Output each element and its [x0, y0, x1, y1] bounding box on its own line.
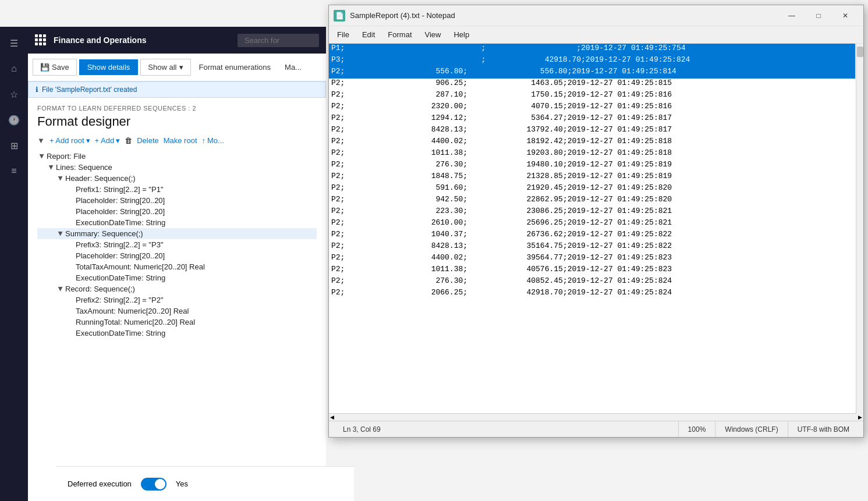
tree-item[interactable]: ExecutionDateTime: String [37, 217, 317, 228]
notepad-line: P2; 1011.38; 40576.15;2019-12-27 01:49:2… [329, 265, 855, 276]
tree-item-label: Placeholder: String[20..20] [76, 251, 165, 260]
notepad-line-text: P2; 1294.12; 5364.27;2019-12-27 01:49:25… [331, 113, 672, 125]
scroll-right-icon[interactable]: ▶ [858, 414, 862, 420]
notepad-line-text: P2; 8428.13; 35164.75;2019-12-27 01:49:2… [331, 241, 672, 253]
move-button[interactable]: ↑ Mo... [202, 136, 224, 145]
toggle-knob [155, 479, 165, 489]
save-label: Save [52, 63, 69, 72]
tree-expand-icon[interactable]: ▶ [48, 165, 55, 170]
add-root-button[interactable]: + Add root ▾ [49, 136, 90, 145]
notepad-line-text: P2; 2066.25; 42918.70;2019-12-27 01:49:2… [331, 288, 672, 300]
notepad-menubar: FileEditFormatViewHelp [329, 26, 863, 44]
sidebar-icon-list[interactable]: ≡ [2, 159, 26, 183]
tree-item-label: Record: Sequence(;) [65, 285, 135, 293]
tree-item[interactable]: Placeholder: String[20..20] [37, 206, 317, 217]
sidebar-icon-home[interactable]: ⌂ [2, 57, 26, 80]
deferred-toggle[interactable] [141, 478, 166, 491]
notepad-window: 📄 SampleReport (4).txt - Notepad — □ ✕ F… [328, 5, 864, 438]
tree-item-label: ExecutionDateTime: String [76, 329, 165, 337]
notepad-line-text: P2; 1040.37; 26736.62;2019-12-27 01:49:2… [331, 230, 672, 241]
bottom-panel: Deferred execution Yes [56, 466, 354, 501]
sidebar-icon-workspace[interactable]: ⊞ [2, 134, 26, 157]
info-bar: ℹ File 'SampleReport.txt' created [28, 81, 326, 98]
delete-button[interactable]: Delete [137, 136, 159, 145]
map-label: Ma... [285, 63, 302, 72]
format-tree: ▶Report: File▶Lines: Sequence▶Header: Se… [37, 151, 317, 339]
notepad-close-button[interactable]: ✕ [832, 6, 859, 25]
add-chevron: ▾ [116, 136, 120, 145]
tree-item[interactable]: TotalTaxAmount: Numeric[20..20] Real [37, 261, 317, 272]
tree-item-label: RunningTotal: Numeric[20..20] Real [76, 318, 195, 326]
notepad-menu-file[interactable]: File [331, 28, 355, 41]
notepad-menu-format[interactable]: Format [382, 28, 417, 41]
tree-item[interactable]: RunningTotal: Numeric[20..20] Real [37, 317, 317, 328]
notepad-line-text: P2; 942.50; 22862.95;2019-12-27 01:49:25… [331, 195, 672, 207]
tree-item[interactable]: ▶Summary: Sequence(;) [37, 228, 317, 239]
notepad-line-text: P2; 1011.38; 40576.15;2019-12-27 01:49:2… [331, 265, 672, 276]
add-root-label: + Add root [49, 136, 84, 145]
tree-item[interactable]: ExecutionDateTime: String [37, 328, 317, 339]
map-button[interactable]: Ma... [279, 59, 307, 75]
tree-expand-icon[interactable]: ▶ [39, 154, 45, 159]
notepad-menu-help[interactable]: Help [448, 28, 475, 41]
notepad-line-text: P2; 223.30; 23086.25;2019-12-27 01:49:25… [331, 207, 672, 218]
make-root-button[interactable]: Make root [164, 136, 197, 145]
status-line-ending: Windows (CRLF) [715, 421, 788, 437]
notepad-menu-view[interactable]: View [419, 28, 447, 41]
tree-item-label: TotalTaxAmount: Numeric[20..20] Real [76, 262, 205, 271]
format-designer-content: FORMAT TO LEARN DEFERRED SEQUENCES : 2 F… [28, 98, 326, 501]
notepad-line-text: P1; ; ;2019-12-27 01:49:25:754 [331, 44, 686, 55]
notepad-line: P2; 2320.00; 4070.15;2019-12-27 01:49:25… [329, 102, 855, 113]
notepad-maximize-button[interactable]: □ [805, 6, 832, 25]
tree-item[interactable]: Prefix3: String[2..2] = "P3" [37, 239, 317, 250]
format-enumerations-button[interactable]: Format enumerations [193, 59, 277, 75]
notepad-line-text: P2; 276.30; 19480.10;2019-12-27 01:49:25… [331, 160, 672, 172]
deferred-label: Deferred execution [68, 479, 132, 488]
notepad-line-text: P2; 8428.13; 13792.40;2019-12-27 01:49:2… [331, 125, 672, 137]
sidebar-icon-recent[interactable]: 🕐 [2, 108, 26, 132]
search-input[interactable] [238, 34, 319, 47]
tree-item-label: ExecutionDateTime: String [76, 218, 165, 227]
toolbar-divider-1: 🗑 [125, 136, 132, 145]
tree-expand-icon[interactable]: ▶ [58, 232, 64, 236]
notepad-line: P2; 276.30; 19480.10;2019-12-27 01:49:25… [329, 160, 855, 172]
notepad-line: P2; 8428.13; 13792.40;2019-12-27 01:49:2… [329, 125, 855, 137]
tree-item[interactable]: Placeholder: String[20..20] [37, 250, 317, 261]
scroll-left-icon[interactable]: ◀ [330, 414, 334, 420]
save-button[interactable]: 💾 Save [33, 59, 77, 76]
tree-item[interactable]: Prefix1: String[2..2] = "P1" [37, 184, 317, 195]
add-label: + Add [95, 136, 115, 145]
tree-item[interactable]: ▶Report: File [37, 151, 317, 162]
tree-item-label: Summary: Sequence(;) [65, 229, 143, 238]
delete-label: Delete [137, 136, 159, 145]
notepad-line-text: P2; 4400.02; 18192.42;2019-12-27 01:49:2… [331, 137, 672, 148]
sidebar-icon-star[interactable]: ☆ [2, 83, 26, 106]
notepad-minimize-button[interactable]: — [778, 6, 805, 25]
titlebar: Finance and Operations [28, 27, 326, 54]
show-all-button[interactable]: Show all ▾ [140, 59, 190, 76]
tree-item[interactable]: ▶Lines: Sequence [37, 162, 317, 173]
add-button[interactable]: + Add ▾ [95, 136, 121, 145]
tree-item[interactable]: ExecutionDateTime: String [37, 272, 317, 283]
tree-expand-icon[interactable]: ▶ [58, 176, 64, 181]
tree-item[interactable]: Placeholder: String[20..20] [37, 195, 317, 206]
tree-item[interactable]: TaxAmount: Numeric[20..20] Real [37, 305, 317, 317]
notepad-line-text: P2; 1848.75; 21328.85;2019-12-27 01:49:2… [331, 172, 672, 183]
notepad-line-text: P3; ; 42918.70;2019-12-27 01:49:25:824 [331, 55, 690, 67]
notepad-content[interactable]: P1; ; ;2019-12-27 01:49:25:754P3; ; 4291… [329, 44, 863, 413]
notepad-line: P2; 1011.38; 19203.80;2019-12-27 01:49:2… [329, 148, 855, 160]
notepad-line: P2; 276.30; 40852.45;2019-12-27 01:49:25… [329, 276, 855, 288]
sidebar-icon-menu[interactable]: ☰ [2, 31, 26, 55]
status-position: Ln 3, Col 69 [334, 421, 679, 437]
tree-item[interactable]: ▶Header: Sequence(;) [37, 173, 317, 184]
tree-item[interactable]: ▶Record: Sequence(;) [37, 283, 317, 294]
tree-item[interactable]: Prefix2: String[2..2] = "P2" [37, 294, 317, 305]
tree-expand-icon[interactable]: ▶ [58, 287, 64, 292]
notepad-line: P2; 1848.75; 21328.85;2019-12-27 01:49:2… [329, 172, 855, 183]
notepad-line: P2; 1040.37; 26736.62;2019-12-27 01:49:2… [329, 230, 855, 241]
tree-item-label: Lines: Sequence [56, 163, 112, 172]
notepad-title: SampleReport (4).txt - Notepad [350, 11, 778, 20]
notepad-line: P2; 2066.25; 42918.70;2019-12-27 01:49:2… [329, 288, 855, 300]
notepad-menu-edit[interactable]: Edit [356, 28, 381, 41]
show-details-button[interactable]: Show details [79, 59, 139, 75]
